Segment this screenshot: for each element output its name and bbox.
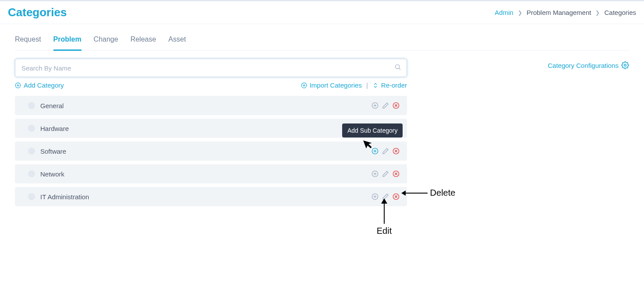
plus-circle-icon bbox=[372, 102, 379, 109]
category-name: Hardware bbox=[40, 125, 69, 132]
breadcrumb-module[interactable]: Problem Management bbox=[527, 9, 591, 16]
drag-handle-icon[interactable] bbox=[28, 148, 35, 155]
svg-point-0 bbox=[396, 65, 400, 69]
list-item[interactable]: IT Administration bbox=[15, 187, 407, 206]
plus-circle-icon bbox=[301, 82, 307, 88]
pencil-icon bbox=[382, 102, 389, 109]
edit-button[interactable] bbox=[382, 147, 389, 155]
chevron-right-icon: ❯ bbox=[595, 10, 600, 16]
svg-line-1 bbox=[399, 68, 400, 70]
plus-circle-icon bbox=[15, 82, 21, 88]
drag-handle-icon[interactable] bbox=[28, 102, 35, 109]
add-sub-button[interactable] bbox=[371, 170, 379, 178]
category-list: General Hardwar bbox=[15, 96, 407, 206]
close-circle-icon bbox=[393, 148, 400, 155]
tooltip-add-sub: Add Sub Category bbox=[342, 123, 403, 137]
plus-circle-icon bbox=[372, 193, 379, 200]
add-sub-button[interactable] bbox=[371, 102, 379, 109]
search-wrap bbox=[15, 59, 407, 77]
breadcrumb-page: Categories bbox=[604, 9, 636, 16]
list-toolbar: Add Category Import Categories | bbox=[15, 81, 407, 89]
add-category-label: Add Category bbox=[24, 81, 64, 89]
page-header: Categories Admin ❯ Problem Management ❯ … bbox=[0, 1, 644, 24]
delete-button[interactable] bbox=[392, 147, 400, 155]
drag-handle-icon[interactable] bbox=[28, 193, 35, 200]
category-name: General bbox=[40, 102, 64, 109]
add-category-button[interactable]: Add Category bbox=[15, 81, 64, 89]
plus-circle-icon bbox=[372, 148, 379, 155]
edit-button[interactable] bbox=[382, 170, 389, 178]
delete-button[interactable] bbox=[392, 193, 400, 201]
svg-point-32 bbox=[624, 64, 626, 67]
tab-problem[interactable]: Problem bbox=[53, 35, 81, 51]
delete-button[interactable] bbox=[392, 170, 400, 178]
close-circle-icon bbox=[393, 193, 400, 200]
tab-change[interactable]: Change bbox=[94, 35, 118, 50]
list-item[interactable]: General bbox=[15, 96, 407, 115]
tabs: Request Problem Change Release Asset bbox=[15, 24, 629, 51]
import-categories-button[interactable]: Import Categories bbox=[301, 81, 362, 89]
page-title: Categories bbox=[8, 6, 67, 19]
drag-handle-icon[interactable] bbox=[28, 125, 35, 132]
delete-button[interactable] bbox=[392, 102, 400, 109]
add-sub-button[interactable] bbox=[371, 147, 379, 155]
pencil-icon bbox=[382, 193, 389, 200]
add-sub-button[interactable] bbox=[371, 193, 379, 201]
annotation-edit-label: Edit bbox=[375, 226, 393, 236]
breadcrumb-admin[interactable]: Admin bbox=[495, 9, 513, 16]
search-icon[interactable] bbox=[394, 63, 401, 72]
category-configurations-link[interactable]: Category Configurations bbox=[548, 61, 629, 69]
tab-request[interactable]: Request bbox=[15, 35, 41, 50]
gear-icon bbox=[621, 61, 629, 69]
list-item[interactable]: Software bbox=[15, 141, 407, 161]
category-name: Software bbox=[40, 148, 66, 155]
close-circle-icon bbox=[393, 102, 400, 109]
reorder-button[interactable]: Re-order bbox=[372, 81, 407, 89]
config-link-label: Category Configurations bbox=[548, 62, 619, 69]
pencil-icon bbox=[382, 170, 389, 177]
category-name: IT Administration bbox=[40, 193, 89, 201]
sort-icon bbox=[372, 82, 379, 88]
chevron-right-icon: ❯ bbox=[518, 10, 522, 16]
breadcrumb: Admin ❯ Problem Management ❯ Categories bbox=[495, 9, 636, 16]
search-input[interactable] bbox=[21, 64, 389, 72]
reorder-label: Re-order bbox=[381, 81, 407, 89]
close-circle-icon bbox=[393, 170, 400, 177]
toolbar-separator: | bbox=[366, 81, 368, 89]
edit-button[interactable] bbox=[382, 193, 389, 201]
category-name: Network bbox=[40, 170, 64, 178]
list-item[interactable]: Network bbox=[15, 164, 407, 183]
pencil-icon bbox=[382, 148, 389, 155]
import-categories-label: Import Categories bbox=[310, 81, 362, 89]
drag-handle-icon[interactable] bbox=[28, 170, 35, 177]
plus-circle-icon bbox=[372, 170, 379, 177]
tab-asset[interactable]: Asset bbox=[168, 35, 186, 50]
tooltip-text: Add Sub Category bbox=[347, 127, 397, 134]
edit-button[interactable] bbox=[382, 102, 389, 109]
tab-release[interactable]: Release bbox=[131, 35, 156, 50]
